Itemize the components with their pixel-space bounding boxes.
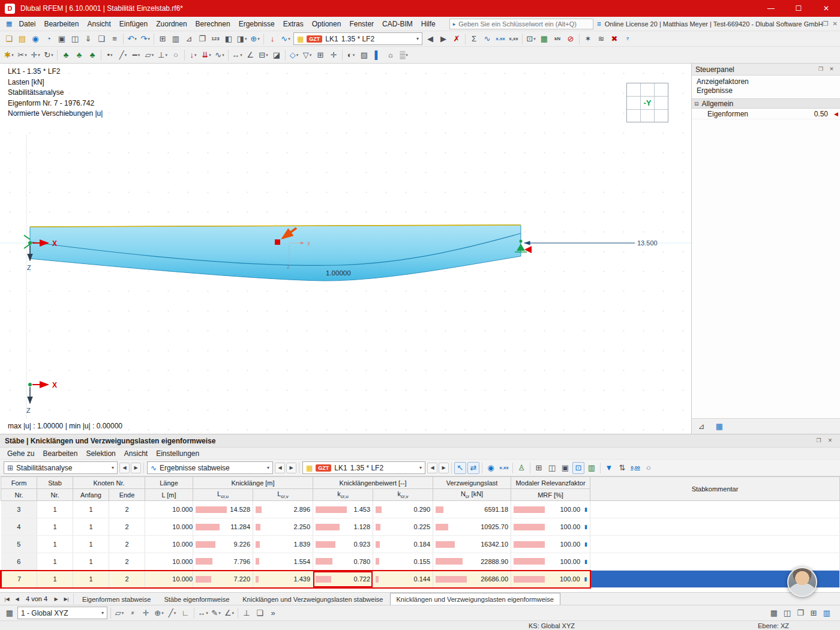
menu-einfügen[interactable]: Einfügen xyxy=(115,18,152,30)
section-anzeigefaktoren[interactable]: Anzeigefaktoren xyxy=(697,77,835,86)
cell-knoten-anfang[interactable]: 1 xyxy=(73,518,109,536)
table-menu-bearbeiten[interactable]: Bearbeiten xyxy=(38,448,82,460)
cell-lcrv[interactable]: 2.250 xyxy=(253,518,313,536)
renumber-icon[interactable]: 123 xyxy=(209,33,221,45)
new-support-icon[interactable]: ⊥▾ xyxy=(157,49,169,61)
table-view-icon[interactable]: ⊞ xyxy=(533,462,545,474)
teamwork-icon[interactable]: ◔ xyxy=(43,33,55,45)
measure-icon[interactable]: ⊿ xyxy=(183,33,195,45)
float-panel-icon[interactable]: ❐ xyxy=(817,65,825,74)
cell-form[interactable]: 5 xyxy=(1,536,37,553)
cell-lcrv[interactable]: 1.554 xyxy=(253,553,313,571)
cell-kcrv[interactable]: 0.155 xyxy=(373,553,433,571)
keyword-list-icon[interactable]: ≡ xyxy=(597,20,601,28)
new-surface-icon[interactable]: ▱▾ xyxy=(143,49,155,61)
display-factors-icon[interactable]: ⊿ xyxy=(695,421,707,433)
cell-kcru[interactable]: 0.923 xyxy=(313,536,373,553)
cell-knoten-ende[interactable]: 2 xyxy=(109,501,145,518)
cell-ncr[interactable]: 26686.00 xyxy=(433,571,511,588)
render-mode-icon[interactable]: ◨▾ xyxy=(236,33,248,45)
cell-knoten-ende[interactable]: 2 xyxy=(109,536,145,553)
app-menu-icon[interactable]: ▦ xyxy=(6,20,12,28)
analysis-type-combo[interactable]: ⊞ Stabilitätsanalyse ▾ xyxy=(4,461,118,474)
prev-loadcase-table-button[interactable]: ◀ xyxy=(427,463,437,473)
lighting-icon[interactable]: ☼ xyxy=(385,49,397,61)
group-allgemein[interactable]: ⊟ Allgemein xyxy=(692,98,840,109)
cell-knoten-ende[interactable]: 2 xyxy=(109,571,145,588)
table-menu-einstellungen[interactable]: Einstellungen xyxy=(152,448,203,460)
panel-settings-icon[interactable]: ▦ xyxy=(713,421,725,433)
move-copy-icon[interactable]: ✛▾ xyxy=(29,49,41,61)
visibility-mode-icon[interactable]: ◐▾ xyxy=(345,49,357,61)
filter-rows-icon[interactable]: ▼ xyxy=(603,462,615,474)
prev-table-button[interactable]: ◀ xyxy=(12,594,22,604)
table-tab-stäbe-eigenformweise[interactable]: Stäbe eigenformweise xyxy=(157,593,236,605)
cell-lcrv[interactable]: 1.439 xyxy=(253,571,313,588)
next-loadcase-table-button[interactable]: ▶ xyxy=(439,463,449,473)
cell-knoten-ende[interactable]: 2 xyxy=(109,518,145,536)
close-panel-icon[interactable]: ✕ xyxy=(827,65,836,74)
cell-form[interactable]: 7 xyxy=(1,571,37,588)
undo-icon[interactable]: ↶▾ xyxy=(126,33,138,45)
cell-ncr[interactable]: 10925.70 xyxy=(433,518,511,536)
new-nodal-load-icon[interactable]: ↓▾ xyxy=(187,49,199,61)
calculation-diagrams-icon[interactable]: ∿ xyxy=(481,33,493,45)
cell-lcru[interactable]: 7.796 xyxy=(193,553,253,571)
cell-form[interactable]: 6 xyxy=(1,553,37,571)
table-menu-selektion[interactable]: Selektion xyxy=(82,448,119,460)
export-icon[interactable]: ⇓ xyxy=(82,33,94,45)
menu-berechnen[interactable]: Berechnen xyxy=(191,18,235,30)
next-table-button[interactable]: ▶ xyxy=(51,594,61,604)
coordinate-system-icon[interactable]: ▦ xyxy=(4,607,16,619)
cell-laenge[interactable]: 10.000 xyxy=(145,501,193,518)
generate-surfaces-icon[interactable]: ♣ xyxy=(86,49,98,61)
result-row-form-6[interactable]: 611210.0007.7961.5540.7800.15522888.9010… xyxy=(1,553,840,571)
cell-ncr[interactable]: 16342.10 xyxy=(433,536,511,553)
menu-bearbeiten[interactable]: Bearbeiten xyxy=(40,18,83,30)
user-visibility-icon[interactable]: ▨ xyxy=(358,49,370,61)
panels-icon[interactable]: ⊡▾ xyxy=(525,33,537,45)
search-box[interactable]: ▸ xyxy=(449,19,593,29)
cell-kcru[interactable]: 0.780 xyxy=(313,553,373,571)
cell-lcrv[interactable]: 1.839 xyxy=(253,536,313,553)
table-layout-icon[interactable]: ▦ xyxy=(768,607,780,619)
menu-optionen[interactable]: Optionen xyxy=(308,18,346,30)
first-table-button[interactable]: |◀ xyxy=(2,594,12,604)
delete-results-icon[interactable]: ✗ xyxy=(451,33,463,45)
section-ergebnisse[interactable]: Ergebnisse xyxy=(697,86,835,95)
measure-tool-icon[interactable]: ∠▾ xyxy=(223,607,235,619)
clipboard-icon[interactable]: ≡ xyxy=(109,33,121,45)
cell-laenge[interactable]: 10.000 xyxy=(145,536,193,553)
cell-kcrv[interactable]: 0.290 xyxy=(373,501,433,518)
display-properties-icon[interactable]: ◧ xyxy=(223,33,235,45)
cell-lcrv[interactable]: 2.896 xyxy=(253,501,313,518)
relevant-results-icon[interactable]: ♙ xyxy=(515,462,527,474)
cell-lcru[interactable]: 7.220 xyxy=(193,571,253,588)
next-results-button[interactable]: ▶ xyxy=(286,463,296,473)
close-table-panel-icon[interactable]: ✕ xyxy=(826,436,835,445)
grid-settings-icon[interactable]: # xyxy=(127,607,139,619)
sort-rows-icon[interactable]: ⇅ xyxy=(616,462,628,474)
close-button[interactable]: ✕ xyxy=(812,0,840,17)
cell-kcru[interactable]: 1.128 xyxy=(313,518,373,536)
cell-laenge[interactable]: 10.000 xyxy=(145,571,193,588)
dock-layout-icon[interactable]: ❐ xyxy=(794,607,806,619)
result-values-icon[interactable]: x.xx xyxy=(494,33,506,45)
cell-mrf[interactable]: 100.00▮ xyxy=(511,536,590,553)
menu-extras[interactable]: Extras xyxy=(279,18,308,30)
object-snap-icon[interactable]: ⊕▾ xyxy=(153,607,165,619)
maximize-table-icon[interactable]: ⊞ xyxy=(808,607,820,619)
cell-knoten-anfang[interactable]: 1 xyxy=(73,501,109,518)
cell-mrf[interactable]: 100.00▮ xyxy=(511,571,590,588)
calculate-all-icon[interactable]: Σ xyxy=(468,33,480,45)
print-icon[interactable]: ◫ xyxy=(69,33,81,45)
show-results-icon[interactable]: ∿▾ xyxy=(280,33,292,45)
new-member-icon[interactable]: ━▾ xyxy=(130,49,142,61)
units-settings-icon[interactable]: kN xyxy=(551,33,563,45)
cell-kcru[interactable]: 1.453 xyxy=(313,501,373,518)
result-row-form-5[interactable]: 511210.0009.2261.8390.9230.18416342.1010… xyxy=(1,536,840,553)
printout-report-icon[interactable]: ▥ xyxy=(170,33,182,45)
cell-lcru[interactable]: 9.226 xyxy=(193,536,253,553)
layers-icon[interactable]: ❏ xyxy=(254,607,266,619)
result-row-form-7[interactable]: 711210.0007.2201.4390.7220.14426686.0010… xyxy=(1,571,840,588)
